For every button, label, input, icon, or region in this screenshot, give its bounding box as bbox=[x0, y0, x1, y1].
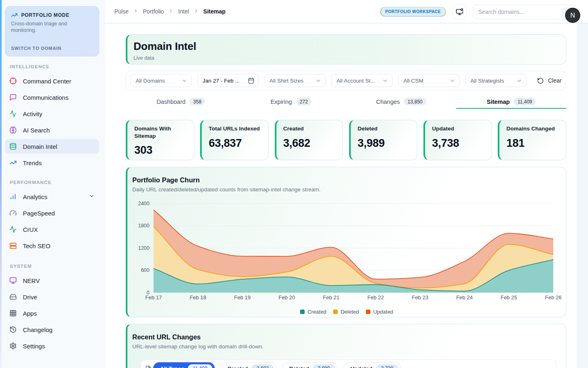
svg-text:Feb 21: Feb 21 bbox=[323, 294, 339, 301]
svg-text:600: 600 bbox=[141, 267, 149, 273]
svg-text:Feb 22: Feb 22 bbox=[368, 294, 384, 301]
svg-text:Feb 26: Feb 26 bbox=[545, 294, 561, 301]
svg-text:1800: 1800 bbox=[138, 223, 149, 229]
svg-text:Feb 19: Feb 19 bbox=[234, 294, 250, 301]
svg-text:Feb 17: Feb 17 bbox=[145, 294, 162, 301]
svg-text:Feb 18: Feb 18 bbox=[190, 294, 206, 301]
svg-text:1200: 1200 bbox=[138, 245, 149, 251]
svg-text:Feb 24: Feb 24 bbox=[456, 294, 472, 301]
svg-text:Feb 23: Feb 23 bbox=[412, 294, 428, 301]
svg-text:Feb 25: Feb 25 bbox=[501, 294, 517, 301]
svg-text:Feb 20: Feb 20 bbox=[278, 294, 295, 301]
svg-text:2400: 2400 bbox=[138, 201, 149, 206]
